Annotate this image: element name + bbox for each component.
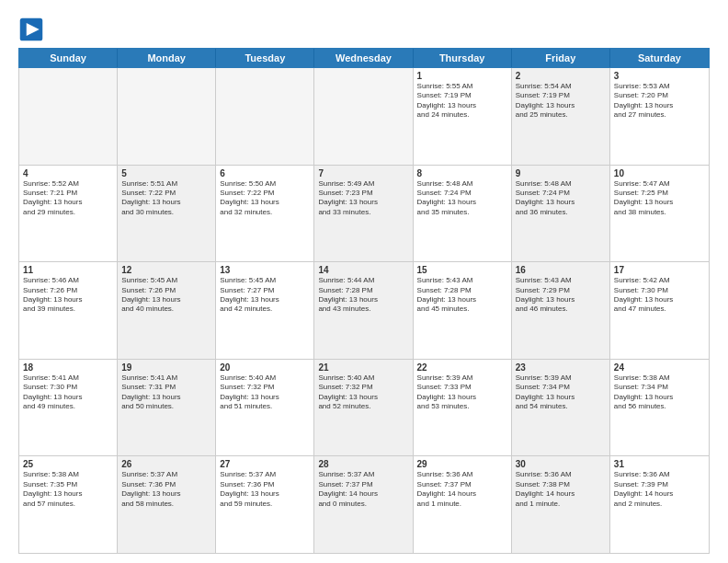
calendar-cell: 30Sunrise: 5:36 AMSunset: 7:38 PMDayligh…: [512, 456, 610, 553]
day-number: 8: [417, 168, 507, 178]
cell-info: Sunrise: 5:50 AMSunset: 7:22 PMDaylight:…: [220, 179, 310, 218]
calendar-cell: 23Sunrise: 5:39 AMSunset: 7:34 PMDayligh…: [512, 360, 610, 456]
cell-info: Sunrise: 5:41 AMSunset: 7:30 PMDaylight:…: [23, 373, 113, 412]
calendar-week-3: 11Sunrise: 5:46 AMSunset: 7:26 PMDayligh…: [19, 262, 709, 360]
calendar-cell: 28Sunrise: 5:37 AMSunset: 7:37 PMDayligh…: [314, 456, 413, 553]
day-header-sunday: Sunday: [19, 49, 118, 67]
calendar-week-4: 18Sunrise: 5:41 AMSunset: 7:30 PMDayligh…: [19, 360, 709, 457]
cell-info: Sunrise: 5:48 AMSunset: 7:24 PMDaylight:…: [516, 179, 606, 218]
logo-icon: [18, 17, 44, 42]
day-number: 11: [23, 265, 113, 275]
calendar-cell: 31Sunrise: 5:36 AMSunset: 7:39 PMDayligh…: [610, 456, 709, 553]
day-header-friday: Friday: [512, 49, 610, 67]
calendar-body: 1Sunrise: 5:55 AMSunset: 7:19 PMDaylight…: [18, 68, 710, 554]
cell-info: Sunrise: 5:40 AMSunset: 7:32 PMDaylight:…: [318, 373, 408, 412]
day-number: 22: [417, 362, 507, 373]
calendar-cell: 10Sunrise: 5:47 AMSunset: 7:25 PMDayligh…: [610, 166, 709, 262]
cell-info: Sunrise: 5:51 AMSunset: 7:22 PMDaylight:…: [121, 179, 211, 218]
cell-info: Sunrise: 5:38 AMSunset: 7:35 PMDaylight:…: [23, 470, 113, 509]
cell-info: Sunrise: 5:36 AMSunset: 7:39 PMDaylight:…: [614, 470, 705, 509]
cell-info: Sunrise: 5:45 AMSunset: 7:27 PMDaylight:…: [220, 276, 310, 315]
day-number: 17: [614, 265, 705, 275]
day-number: 13: [220, 265, 310, 275]
calendar-header: SundayMondayTuesdayWednesdayThursdayFrid…: [18, 48, 710, 68]
calendar-cell: 1Sunrise: 5:55 AMSunset: 7:19 PMDaylight…: [414, 68, 512, 165]
cell-info: Sunrise: 5:38 AMSunset: 7:34 PMDaylight:…: [614, 373, 705, 412]
day-number: 25: [23, 459, 113, 469]
day-header-saturday: Saturday: [610, 49, 709, 67]
calendar-cell: 22Sunrise: 5:39 AMSunset: 7:33 PMDayligh…: [414, 360, 512, 456]
day-header-tuesday: Tuesday: [216, 49, 314, 67]
calendar-cell: 12Sunrise: 5:45 AMSunset: 7:26 PMDayligh…: [118, 262, 216, 359]
calendar-cell: 11Sunrise: 5:46 AMSunset: 7:26 PMDayligh…: [19, 262, 118, 359]
cell-info: Sunrise: 5:55 AMSunset: 7:19 PMDaylight:…: [417, 82, 507, 121]
cell-info: Sunrise: 5:44 AMSunset: 7:28 PMDaylight:…: [318, 276, 408, 315]
calendar-cell: [19, 68, 118, 165]
cell-info: Sunrise: 5:40 AMSunset: 7:32 PMDaylight:…: [220, 373, 310, 412]
cell-info: Sunrise: 5:37 AMSunset: 7:36 PMDaylight:…: [121, 470, 211, 509]
day-number: 16: [516, 265, 606, 275]
day-number: 9: [516, 168, 606, 178]
cell-info: Sunrise: 5:45 AMSunset: 7:26 PMDaylight:…: [121, 276, 211, 315]
cell-info: Sunrise: 5:43 AMSunset: 7:29 PMDaylight:…: [516, 276, 606, 315]
cell-info: Sunrise: 5:36 AMSunset: 7:37 PMDaylight:…: [417, 470, 507, 509]
cell-info: Sunrise: 5:39 AMSunset: 7:33 PMDaylight:…: [417, 373, 507, 412]
day-number: 30: [516, 459, 606, 469]
day-number: 7: [318, 168, 408, 178]
day-number: 15: [417, 265, 507, 275]
cell-info: Sunrise: 5:37 AMSunset: 7:36 PMDaylight:…: [220, 470, 310, 509]
calendar: SundayMondayTuesdayWednesdayThursdayFrid…: [18, 48, 710, 554]
calendar-cell: 20Sunrise: 5:40 AMSunset: 7:32 PMDayligh…: [216, 360, 314, 456]
day-number: 20: [220, 362, 310, 373]
day-number: 19: [121, 362, 211, 373]
calendar-cell: 8Sunrise: 5:48 AMSunset: 7:24 PMDaylight…: [414, 166, 512, 262]
calendar-cell: 21Sunrise: 5:40 AMSunset: 7:32 PMDayligh…: [314, 360, 413, 456]
day-number: 21: [318, 362, 408, 373]
calendar-cell: 24Sunrise: 5:38 AMSunset: 7:34 PMDayligh…: [610, 360, 709, 456]
day-number: 6: [220, 168, 310, 178]
cell-info: Sunrise: 5:47 AMSunset: 7:25 PMDaylight:…: [614, 179, 705, 218]
day-number: 23: [516, 362, 606, 373]
day-number: 26: [121, 459, 211, 469]
day-number: 4: [23, 168, 113, 178]
calendar-cell: 17Sunrise: 5:42 AMSunset: 7:30 PMDayligh…: [610, 262, 709, 359]
day-number: 31: [614, 459, 705, 469]
logo: [18, 17, 48, 42]
calendar-cell: 29Sunrise: 5:36 AMSunset: 7:37 PMDayligh…: [414, 456, 512, 553]
cell-info: Sunrise: 5:46 AMSunset: 7:26 PMDaylight:…: [23, 276, 113, 315]
calendar-cell: 9Sunrise: 5:48 AMSunset: 7:24 PMDaylight…: [512, 166, 610, 262]
calendar-cell: 6Sunrise: 5:50 AMSunset: 7:22 PMDaylight…: [216, 166, 314, 262]
day-number: 28: [318, 459, 408, 469]
calendar-cell: 14Sunrise: 5:44 AMSunset: 7:28 PMDayligh…: [314, 262, 413, 359]
calendar-cell: 15Sunrise: 5:43 AMSunset: 7:28 PMDayligh…: [414, 262, 512, 359]
calendar-week-2: 4Sunrise: 5:52 AMSunset: 7:21 PMDaylight…: [19, 166, 709, 263]
cell-info: Sunrise: 5:53 AMSunset: 7:20 PMDaylight:…: [614, 82, 705, 121]
page: SundayMondayTuesdayWednesdayThursdayFrid…: [0, 0, 728, 563]
calendar-cell: 25Sunrise: 5:38 AMSunset: 7:35 PMDayligh…: [19, 456, 118, 553]
calendar-cell: 7Sunrise: 5:49 AMSunset: 7:23 PMDaylight…: [314, 166, 413, 262]
calendar-cell: [216, 68, 314, 165]
calendar-week-5: 25Sunrise: 5:38 AMSunset: 7:35 PMDayligh…: [19, 456, 709, 553]
day-number: 3: [614, 71, 705, 81]
day-number: 12: [121, 265, 211, 275]
day-number: 1: [417, 71, 507, 81]
day-number: 14: [318, 265, 408, 275]
calendar-cell: 3Sunrise: 5:53 AMSunset: 7:20 PMDaylight…: [610, 68, 709, 165]
day-header-monday: Monday: [118, 49, 216, 67]
cell-info: Sunrise: 5:52 AMSunset: 7:21 PMDaylight:…: [23, 179, 113, 218]
cell-info: Sunrise: 5:43 AMSunset: 7:28 PMDaylight:…: [417, 276, 507, 315]
calendar-cell: 16Sunrise: 5:43 AMSunset: 7:29 PMDayligh…: [512, 262, 610, 359]
calendar-week-1: 1Sunrise: 5:55 AMSunset: 7:19 PMDaylight…: [19, 68, 709, 166]
calendar-cell: 19Sunrise: 5:41 AMSunset: 7:31 PMDayligh…: [118, 360, 216, 456]
calendar-cell: 18Sunrise: 5:41 AMSunset: 7:30 PMDayligh…: [19, 360, 118, 456]
day-number: 29: [417, 459, 507, 469]
day-number: 5: [121, 168, 211, 178]
cell-info: Sunrise: 5:42 AMSunset: 7:30 PMDaylight:…: [614, 276, 705, 315]
day-header-wednesday: Wednesday: [314, 49, 413, 67]
calendar-cell: 4Sunrise: 5:52 AMSunset: 7:21 PMDaylight…: [19, 166, 118, 262]
day-number: 18: [23, 362, 113, 373]
day-header-thursday: Thursday: [414, 49, 512, 67]
calendar-cell: 2Sunrise: 5:54 AMSunset: 7:19 PMDaylight…: [512, 68, 610, 165]
day-number: 27: [220, 459, 310, 469]
day-number: 24: [614, 362, 705, 373]
